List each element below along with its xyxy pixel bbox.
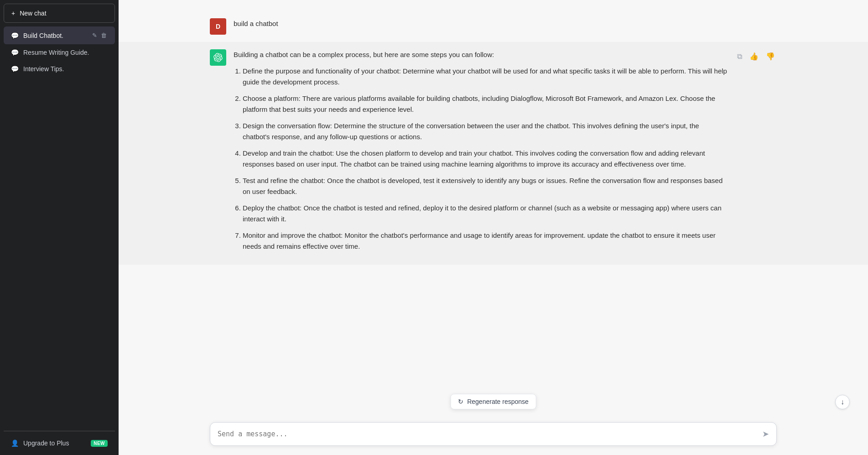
chat-icon: 💬 [11, 32, 19, 39]
assistant-step-item: Choose a platform: There are various pla… [243, 93, 728, 115]
chat-item-build-chatbot[interactable]: 💬 Build Chatbot. ✎ 🗑 [4, 26, 115, 44]
new-badge: NEW [91, 440, 108, 447]
assistant-step-item: Define the purpose and functionality of … [243, 66, 728, 88]
edit-icon[interactable]: ✎ [91, 31, 98, 40]
delete-icon[interactable]: 🗑 [100, 31, 108, 40]
new-chat-button[interactable]: + New chat [4, 4, 115, 23]
regenerate-popup[interactable]: ↻ Regenerate response [450, 394, 536, 409]
thumbdown-icon[interactable]: 👎 [764, 50, 777, 63]
assistant-message-actions: ⧉ 👍 👎 [735, 50, 777, 63]
regen-icon: ↻ [458, 398, 463, 405]
main-content: D build a chatbot Building a chatbot can… [119, 0, 868, 455]
ai-avatar [210, 49, 226, 66]
assistant-intro: Building a chatbot can be a complex proc… [234, 49, 728, 60]
chat-icon: 💬 [11, 49, 19, 56]
chat-item-resume-writing[interactable]: 💬 Resume Writing Guide. [4, 44, 115, 61]
upgrade-label: Upgrade to Plus [23, 439, 86, 447]
send-icon: ➤ [762, 429, 769, 439]
sidebar-bottom: 👤 Upgrade to Plus NEW [4, 431, 115, 451]
input-wrapper: ➤ [210, 422, 777, 446]
assistant-steps-list: Define the purpose and functionality of … [234, 66, 728, 252]
user-message-row: D build a chatbot [119, 11, 868, 42]
chat-icon: 💬 [11, 65, 19, 73]
user-icon: 👤 [11, 439, 19, 447]
chat-item-actions: ✎ 🗑 [91, 31, 108, 40]
assistant-message-content: Building a chatbot can be a complex proc… [234, 49, 728, 257]
user-avatar: D [210, 18, 226, 35]
chat-area: D build a chatbot Building a chatbot can… [119, 0, 868, 417]
upgrade-button[interactable]: 👤 Upgrade to Plus NEW [4, 435, 115, 451]
thumbup-icon[interactable]: 👍 [748, 50, 760, 63]
scroll-down-icon: ↓ [841, 398, 844, 406]
chat-item-label: Resume Writing Guide. [23, 49, 108, 56]
assistant-step-item: Monitor and improve the chatbot: Monitor… [243, 230, 728, 252]
user-message-text: build a chatbot [234, 20, 278, 27]
assistant-step-item: Deploy the chatbot: Once the chatbot is … [243, 203, 728, 225]
assistant-step-item: Test and refine the chatbot: Once the ch… [243, 175, 728, 197]
chat-item-label: Build Chatbot. [23, 32, 87, 39]
user-message-content: build a chatbot [234, 18, 777, 29]
input-area: ↻ Regenerate response ➤ [119, 417, 868, 455]
chat-history: 💬 Build Chatbot. ✎ 🗑 💬 Resume Writing Gu… [4, 26, 115, 429]
assistant-step-item: Design the conversation flow: Determine … [243, 120, 728, 142]
chat-item-label: Interview Tips. [23, 65, 108, 73]
scroll-down-button[interactable]: ↓ [835, 395, 850, 409]
assistant-message-row: Building a chatbot can be a complex proc… [119, 42, 868, 265]
sidebar: + New chat 💬 Build Chatbot. ✎ 🗑 💬 Resume… [0, 0, 119, 455]
assistant-step-item: Develop and train the chatbot: Use the c… [243, 148, 728, 170]
chat-item-interview-tips[interactable]: 💬 Interview Tips. [4, 61, 115, 77]
message-input[interactable] [210, 423, 776, 445]
copy-icon[interactable]: ⧉ [735, 51, 744, 63]
new-chat-label: New chat [20, 10, 46, 17]
plus-icon: + [11, 10, 15, 17]
regen-label: Regenerate response [467, 398, 529, 405]
send-button[interactable]: ➤ [760, 427, 771, 441]
